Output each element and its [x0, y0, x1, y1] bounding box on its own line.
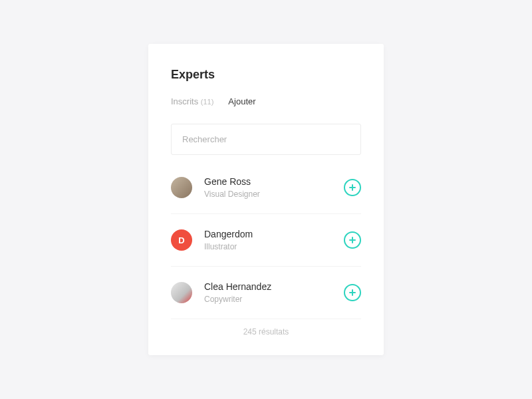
person-name: Gene Ross — [204, 176, 344, 187]
list-item: Gene Ross Visual Designer — [171, 162, 361, 214]
person-role: Visual Designer — [204, 190, 344, 199]
avatar: D — [171, 229, 192, 251]
person-info: Dangerdom Illustrator — [204, 229, 344, 251]
experts-panel: Experts Inscrits (11) Ajouter Gene Ross … — [148, 44, 384, 355]
plus-icon — [349, 237, 356, 243]
person-role: Copywriter — [204, 295, 344, 304]
list-item: D Dangerdom Illustrator — [171, 214, 361, 267]
list-item: Clea Hernandez Copywriter — [171, 267, 361, 319]
add-button[interactable] — [344, 284, 361, 301]
add-button[interactable] — [344, 231, 361, 249]
search-wrapper — [171, 124, 361, 155]
avatar — [171, 282, 192, 303]
person-info: Gene Ross Visual Designer — [204, 176, 344, 199]
avatar — [171, 177, 192, 198]
tabs: Inscrits (11) Ajouter — [171, 96, 361, 106]
tab-inscrits[interactable]: Inscrits (11) — [171, 96, 213, 106]
add-button[interactable] — [344, 179, 361, 196]
plus-icon — [349, 184, 356, 191]
person-info: Clea Hernandez Copywriter — [204, 281, 344, 304]
person-role: Illustrator — [204, 242, 344, 251]
plus-icon — [349, 289, 356, 296]
person-name: Dangerdom — [204, 229, 344, 239]
tab-inscrits-count: (11) — [201, 98, 214, 106]
person-name: Clea Hernandez — [204, 281, 344, 292]
search-input[interactable] — [171, 124, 361, 155]
tab-ajouter[interactable]: Ajouter — [228, 96, 255, 106]
tab-inscrits-label: Inscrits — [171, 96, 198, 106]
results-count: 245 résultats — [171, 327, 361, 336]
page-title: Experts — [171, 68, 361, 82]
